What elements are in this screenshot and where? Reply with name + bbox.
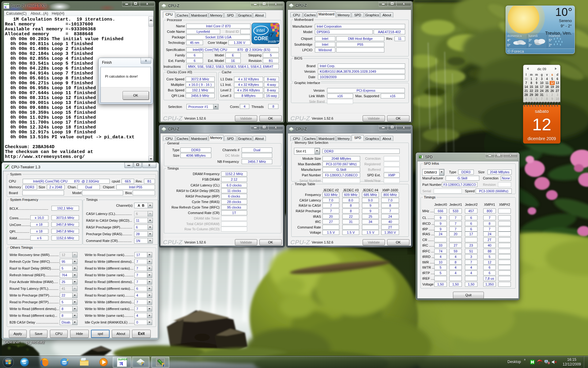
svg-text:CORE: CORE — [254, 36, 269, 41]
svg-text:i7: i7 — [268, 32, 274, 38]
svg-text:inside™: inside™ — [268, 40, 280, 43]
svg-text:intel: intel — [256, 28, 265, 33]
svg-text:π: π — [4, 5, 6, 9]
